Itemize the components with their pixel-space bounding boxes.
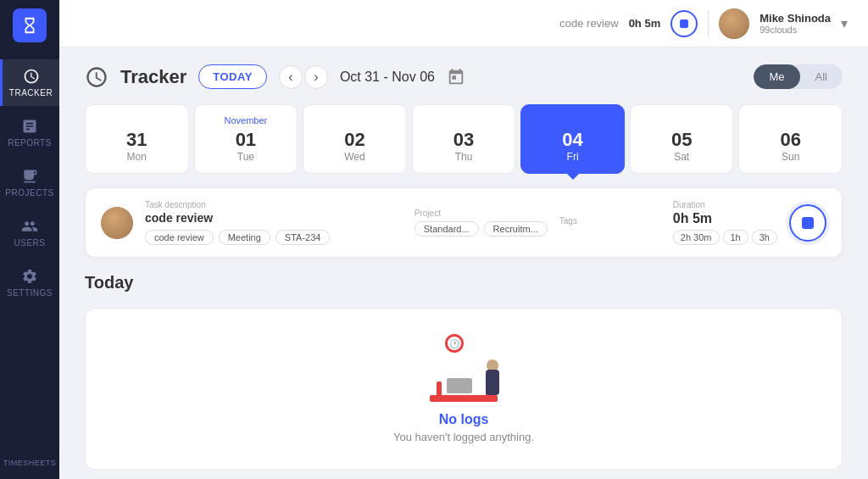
no-logs-subtitle: You haven't logged anything. bbox=[393, 431, 534, 443]
no-logs-card: 🕐 No logs You haven't logged anything. bbox=[85, 308, 843, 470]
sidebar-item-projects[interactable]: PROJECTS bbox=[0, 159, 59, 206]
prev-week-button[interactable]: ‹ bbox=[279, 65, 303, 89]
week-navigation: ‹ › bbox=[279, 65, 328, 89]
user-dropdown-icon[interactable]: ▾ bbox=[841, 15, 848, 31]
timer-label: code review bbox=[559, 17, 618, 30]
hourglass-icon bbox=[20, 16, 39, 35]
day-cell-thu[interactable]: 03 Thu bbox=[412, 104, 516, 174]
stop-icon bbox=[802, 217, 814, 229]
project-tags: Standard... Recruitm... bbox=[415, 221, 548, 237]
day-name: Mon bbox=[92, 151, 181, 163]
view-toggle: Me All bbox=[754, 64, 843, 89]
day-name: Sat bbox=[637, 151, 726, 163]
task-duration: Duration 0h 5m 2h 30m 1h 3h bbox=[673, 200, 777, 245]
tags-label: Tags bbox=[559, 216, 661, 226]
task-tags-section: Tags bbox=[559, 216, 661, 229]
topbar: code review 0h 5m Mike Shinoda 99clouds … bbox=[59, 0, 868, 47]
laptop bbox=[447, 378, 472, 393]
task-project: Project Standard... Recruitm... bbox=[415, 209, 548, 237]
day-name: Thu bbox=[420, 151, 509, 163]
day-cell-tue[interactable]: November 01 Tue bbox=[194, 104, 298, 174]
task-avatar bbox=[101, 207, 133, 239]
content-area: Tracker TODAY ‹ › Oct 31 - Nov 06 Me All… bbox=[59, 47, 868, 479]
tracker-header: Tracker TODAY ‹ › Oct 31 - Nov 06 Me All bbox=[85, 64, 843, 89]
task-card: Task description code review code review… bbox=[85, 187, 843, 258]
project-label: Project bbox=[415, 209, 548, 218]
view-me-button[interactable]: Me bbox=[754, 64, 799, 89]
quick-time-2[interactable]: 1h bbox=[723, 230, 748, 245]
projects-icon bbox=[21, 168, 38, 185]
topbar-stop-button[interactable] bbox=[670, 10, 698, 37]
day-name: Fri bbox=[528, 151, 617, 163]
today-button[interactable]: TODAY bbox=[198, 64, 267, 89]
duration-label: Duration bbox=[673, 200, 777, 209]
view-all-button[interactable]: All bbox=[800, 64, 843, 89]
quick-time-buttons: 2h 30m 1h 3h bbox=[673, 230, 777, 245]
topbar-user-info: Mike Shinoda 99clouds bbox=[760, 12, 831, 35]
task-stop-button[interactable] bbox=[789, 204, 826, 242]
sidebar-item-label: SETTINGS bbox=[7, 288, 53, 298]
tag-sta-234[interactable]: STA-234 bbox=[275, 230, 331, 245]
quick-time-3[interactable]: 3h bbox=[752, 230, 777, 245]
task-description-label: Task description bbox=[145, 200, 403, 209]
topbar-divider bbox=[708, 11, 709, 36]
user-name: Mike Shinoda bbox=[760, 12, 831, 25]
month-label bbox=[420, 115, 509, 125]
month-label bbox=[528, 115, 617, 125]
tag-meeting[interactable]: Meeting bbox=[219, 230, 270, 245]
task-info: Task description code review code review… bbox=[145, 200, 403, 245]
project-tag-standard[interactable]: Standard... bbox=[415, 221, 479, 237]
tracker-title: Tracker bbox=[120, 66, 186, 88]
day-cell-sat[interactable]: 05 Sat bbox=[630, 104, 734, 174]
day-cell-sun[interactable]: 06 Sun bbox=[738, 104, 843, 174]
user-org: 99clouds bbox=[760, 25, 797, 35]
sidebar-item-label: USERS bbox=[14, 238, 46, 248]
sidebar-item-users[interactable]: USERS bbox=[0, 209, 59, 256]
duration-value: 0h 5m bbox=[673, 211, 777, 226]
day-number: 03 bbox=[420, 129, 509, 151]
day-cell-wed[interactable]: 02 Wed bbox=[303, 104, 407, 174]
day-cell-fri[interactable]: 04 Fri bbox=[520, 104, 625, 174]
sidebar-nav: TRACKER REPORTS PROJECTS USERS SETTINGS bbox=[0, 59, 59, 447]
date-range: Oct 31 - Nov 06 bbox=[340, 70, 435, 85]
month-label bbox=[92, 115, 181, 125]
calendar-icon[interactable] bbox=[447, 68, 465, 86]
today-label: Today bbox=[85, 273, 843, 292]
main-area: code review 0h 5m Mike Shinoda 99clouds … bbox=[59, 0, 868, 479]
reports-icon bbox=[21, 118, 38, 135]
desk-leg-left bbox=[437, 382, 442, 402]
users-icon bbox=[21, 218, 38, 235]
sidebar-item-reports[interactable]: REPORTS bbox=[0, 109, 59, 156]
day-number: 04 bbox=[528, 129, 617, 151]
sidebar-item-label: PROJECTS bbox=[5, 188, 53, 198]
sidebar-item-settings[interactable]: SETTINGS bbox=[0, 259, 59, 306]
day-number: 02 bbox=[310, 129, 399, 151]
sidebar-item-tracker[interactable]: TRACKER bbox=[0, 59, 59, 106]
app-logo bbox=[13, 8, 47, 42]
week-calendar: 31 Mon November 01 Tue 02 Wed 03 Thu 04 bbox=[85, 104, 843, 174]
timesheets-link[interactable]: Timesheets bbox=[3, 447, 57, 479]
day-name: Wed bbox=[310, 151, 399, 163]
project-tag-recruitm[interactable]: Recruitm... bbox=[484, 221, 548, 237]
tracker-icon bbox=[85, 65, 108, 89]
no-logs-title: No logs bbox=[439, 412, 489, 427]
day-name: Tue bbox=[202, 151, 291, 163]
next-week-button[interactable]: › bbox=[304, 65, 328, 89]
stop-icon bbox=[680, 19, 688, 28]
sidebar-item-label: REPORTS bbox=[8, 138, 52, 148]
person-body bbox=[486, 370, 499, 395]
day-number: 01 bbox=[202, 129, 291, 151]
settings-icon bbox=[21, 268, 38, 285]
task-tags: code review Meeting STA-234 bbox=[145, 230, 403, 245]
sidebar: TRACKER REPORTS PROJECTS USERS SETTINGS bbox=[0, 0, 59, 479]
day-cell-mon[interactable]: 31 Mon bbox=[85, 104, 189, 174]
month-label bbox=[746, 115, 835, 125]
task-description[interactable]: code review bbox=[145, 211, 403, 225]
month-label bbox=[637, 115, 726, 125]
tag-code-review[interactable]: code review bbox=[145, 230, 214, 245]
day-number: 05 bbox=[637, 129, 726, 151]
topbar-avatar bbox=[719, 8, 749, 39]
day-number: 31 bbox=[92, 129, 181, 151]
month-label: November bbox=[202, 115, 291, 125]
quick-time-1[interactable]: 2h 30m bbox=[673, 230, 720, 245]
